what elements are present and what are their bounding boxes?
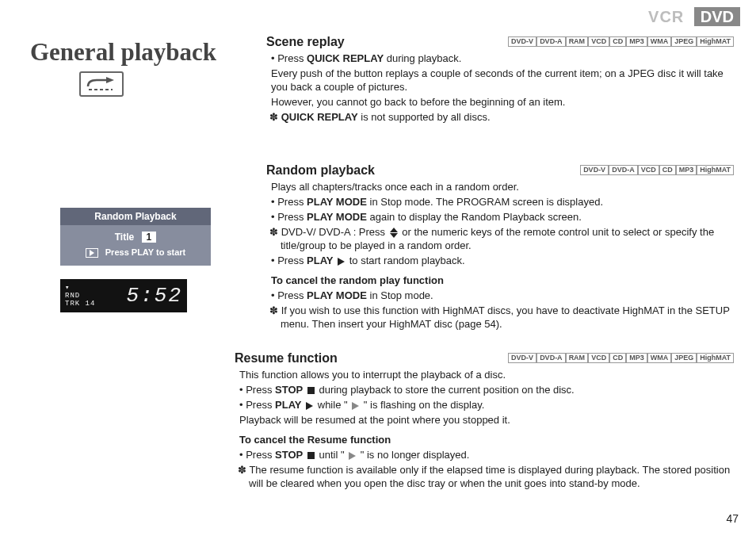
random-bullet-2: Press PLAY MODE again to display the Ran… (266, 210, 734, 224)
resume-intro: This function allows you to interrupt th… (239, 368, 734, 381)
resume-bullet-2: Press PLAY while " " is flashing on the … (235, 398, 734, 412)
play-outline-icon (349, 452, 356, 460)
panel-body: Title 1 Press PLAY to start (60, 225, 211, 266)
section-random-playback: Random playback DVD-VDVD-AVCDCDMP3HighMA… (266, 163, 734, 331)
resume-cancel-bullet: Press STOP until " " is no longer displa… (235, 448, 734, 461)
panel-instruction: Press PLAY to start (105, 247, 186, 257)
page-title: General playback (30, 38, 216, 67)
resume-note: The resume function is available only if… (235, 463, 734, 490)
section-scene-replay: Scene replay DVD-VDVD-ARAMVCDCDMP3WMAJPE… (266, 35, 734, 124)
play-outline-icon (352, 402, 359, 410)
header-vcr: VCR (648, 8, 684, 25)
stop-icon (307, 387, 315, 394)
random-note-1: DVD-V/ DVD-A : Press or the numeric keys… (266, 225, 734, 252)
scene-note: QUICK REPLAY is not supported by all dis… (266, 110, 734, 124)
up-down-icon (390, 228, 398, 238)
header-dvd: DVD (694, 7, 740, 26)
resume-tags: DVD-VDVD-ARAMVCDCDMP3WMAJPEGHighMAT (508, 351, 734, 365)
resume-para-1: Playback will be resumed at the point wh… (239, 413, 734, 427)
lcd-mode: ▾RNDTRK 14 (65, 284, 95, 308)
panel-title-number: 1 (142, 232, 157, 243)
random-playback-panel: Random Playback Title 1 Press PLAY to st… (60, 208, 211, 266)
lcd-display: ▾RNDTRK 14 5:52 (60, 279, 187, 312)
header-mode: VCR DVD (648, 8, 740, 26)
scene-bullet-1: Press QUICK REPLAY during playback. (266, 52, 734, 65)
random-bullet-1: Press PLAY MODE in Stop mode. The PROGRA… (266, 195, 734, 209)
scene-para-2: However, you cannot go back to before th… (271, 95, 734, 109)
resume-cancel-heading: To cancel the Resume function (239, 433, 734, 446)
random-cancel-bullet: Press PLAY MODE in Stop mode. (266, 289, 734, 302)
random-heading: Random playback (266, 163, 375, 177)
panel-title-label: Title (115, 232, 134, 243)
section-resume: Resume function DVD-VDVD-ARAMVCDCDMP3WMA… (235, 351, 734, 490)
lcd-time: 5:52 (127, 284, 182, 308)
random-note-2: If you wish to use this function with Hi… (266, 304, 734, 331)
panel-heading: Random Playback (60, 208, 211, 225)
stop-icon (307, 452, 315, 459)
play-icon (306, 402, 313, 410)
scene-tags: DVD-VDVD-ARAMVCDCDMP3WMAJPEGHighMAT (508, 35, 734, 48)
play-icon (338, 258, 345, 266)
return-icon (79, 71, 124, 97)
random-cancel-heading: To cancel the random play function (271, 274, 734, 287)
page-number: 47 (726, 512, 739, 525)
random-tags: DVD-VDVD-AVCDCDMP3HighMAT (580, 163, 734, 177)
play-icon (86, 248, 98, 258)
random-intro: Plays all chapters/tracks once each in a… (271, 180, 734, 193)
resume-bullet-1: Press STOP during playback to store the … (235, 383, 734, 396)
scene-para-1: Every push of the button replays a coupl… (271, 67, 734, 94)
resume-heading: Resume function (235, 351, 338, 365)
scene-heading: Scene replay (266, 35, 345, 48)
random-bullet-3: Press PLAY to start random playback. (266, 254, 734, 267)
